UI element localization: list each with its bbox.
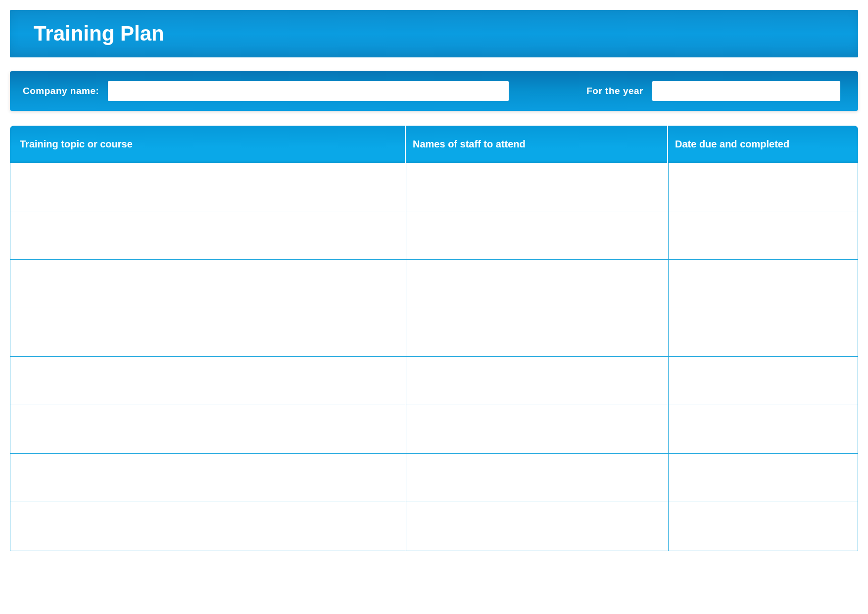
cell-topic[interactable] — [10, 163, 406, 211]
header-staff: Names of staff to attend — [406, 126, 668, 163]
table-row — [10, 357, 858, 405]
header-date: Date due and completed — [668, 126, 858, 163]
cell-topic[interactable] — [10, 502, 406, 551]
cell-staff[interactable] — [406, 357, 669, 405]
table-header-row: Training topic or course Names of staff … — [10, 126, 858, 163]
year-label: For the year — [586, 86, 643, 96]
cell-staff[interactable] — [406, 163, 669, 211]
title-banner: Training Plan — [10, 10, 858, 57]
header-topic: Training topic or course — [10, 126, 406, 163]
cell-date[interactable] — [669, 405, 858, 453]
cell-staff[interactable] — [406, 454, 669, 502]
table-row — [10, 163, 858, 211]
cell-topic[interactable] — [10, 454, 406, 502]
table-row — [10, 454, 858, 502]
table-row — [10, 405, 858, 454]
table-body — [10, 163, 858, 551]
cell-topic[interactable] — [10, 405, 406, 453]
cell-topic[interactable] — [10, 308, 406, 356]
cell-topic[interactable] — [10, 260, 406, 308]
cell-topic[interactable] — [10, 211, 406, 259]
cell-staff[interactable] — [406, 405, 669, 453]
company-name-label: Company name: — [23, 86, 99, 96]
cell-staff[interactable] — [406, 502, 669, 551]
table-row — [10, 308, 858, 357]
cell-staff[interactable] — [406, 308, 669, 356]
page-title: Training Plan — [34, 22, 834, 46]
cell-topic[interactable] — [10, 357, 406, 405]
table-row — [10, 260, 858, 308]
training-table: Training topic or course Names of staff … — [10, 126, 858, 551]
cell-date[interactable] — [669, 502, 858, 551]
company-name-input[interactable] — [108, 81, 509, 101]
info-bar: Company name: For the year — [10, 71, 858, 111]
cell-date[interactable] — [669, 357, 858, 405]
table-row — [10, 211, 858, 260]
cell-date[interactable] — [669, 211, 858, 259]
year-input[interactable] — [652, 81, 840, 101]
cell-date[interactable] — [669, 163, 858, 211]
cell-date[interactable] — [669, 454, 858, 502]
cell-date[interactable] — [669, 260, 858, 308]
cell-staff[interactable] — [406, 211, 669, 259]
table-row — [10, 502, 858, 551]
cell-date[interactable] — [669, 308, 858, 356]
cell-staff[interactable] — [406, 260, 669, 308]
